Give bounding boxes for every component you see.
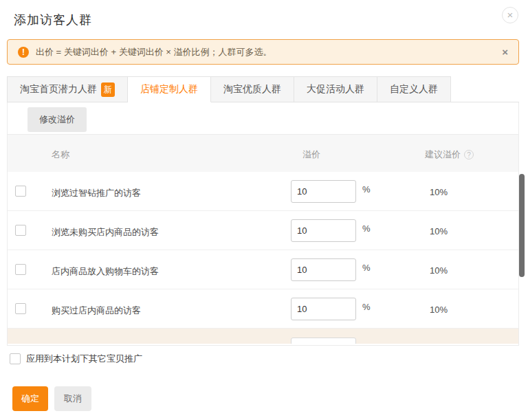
percent-unit: %	[362, 263, 371, 273]
suggested-premium: 10%	[430, 265, 448, 276]
vertical-scrollbar-thumb[interactable]	[519, 174, 525, 277]
tab-shop-custom-audience[interactable]: 店铺定制人群	[128, 76, 211, 102]
tab-taobao-quality-audience[interactable]: 淘宝优质人群	[211, 76, 294, 102]
apply-to-plan-row: 应用到本计划下其它宝贝推广	[10, 353, 142, 365]
audience-name: 购买过店内商品的访客	[52, 305, 141, 317]
new-badge: 新	[101, 82, 115, 97]
column-header-premium: 溢价	[302, 148, 320, 161]
bid-info-banner: ! 出价 = 关键词出价 + 关键词出价 × 溢价比例；人群可多选。 ×	[7, 39, 519, 65]
table-row: 店内商品放入购物车的访客 % 10%	[8, 250, 518, 289]
percent-unit: %	[362, 223, 371, 234]
add-visitor-audience-dialog: 添加访客人群 × ! 出价 = 关键词出价 + 关键词出价 × 溢价比例；人群可…	[0, 0, 528, 420]
banner-text: 出价 = 关键词出价 + 关键词出价 × 溢价比例；人群可多选。	[36, 46, 272, 58]
toolbar: 修改溢价	[8, 102, 518, 135]
audience-name: 浏览过智钻推广的访客	[52, 187, 141, 199]
cancel-button[interactable]: 取消	[54, 386, 91, 411]
apply-checkbox-label: 应用到本计划下其它宝贝推广	[26, 353, 142, 365]
audience-tabs: 淘宝首页潜力人群 新 店铺定制人群 淘宝优质人群 大促活动人群 自定义人群	[7, 76, 519, 102]
premium-input[interactable]	[291, 180, 356, 203]
tab-custom-audience[interactable]: 自定义人群	[377, 76, 451, 102]
audience-name: 店内商品放入购物车的访客	[52, 265, 159, 278]
tab-taobao-homepage-potential[interactable]: 淘宝首页潜力人群 新	[7, 76, 128, 102]
column-header-name: 名称	[52, 148, 69, 161]
percent-unit: %	[362, 184, 371, 195]
suggested-premium: 10%	[430, 187, 448, 197]
warning-icon: !	[18, 47, 29, 58]
suggested-premium: 10%	[430, 305, 448, 315]
premium-input[interactable]	[291, 338, 356, 344]
table-row: 浏览过智钻推广的访客 % 10%	[8, 172, 518, 211]
table-header: 名称 溢价 建议溢价 ?	[8, 135, 518, 172]
row-checkbox[interactable]	[15, 225, 26, 236]
confirm-button[interactable]: 确定	[12, 386, 48, 411]
premium-input[interactable]	[291, 298, 356, 320]
row-checkbox[interactable]	[15, 264, 26, 275]
dialog-title: 添加访客人群	[14, 12, 92, 28]
tab-label: 自定义人群	[390, 83, 438, 96]
tab-content-panel: 修改溢价 名称 溢价 建议溢价 ? 浏览过智钻推广的访客 % 10% 浏览未购买…	[7, 102, 519, 346]
banner-close-icon[interactable]: ×	[502, 46, 508, 58]
premium-input[interactable]	[291, 219, 356, 242]
premium-input[interactable]	[291, 258, 356, 281]
table-row: 浏览未购买店内商品的访客 % 10%	[8, 211, 518, 250]
tab-label: 大促活动人群	[307, 83, 364, 96]
audience-table-body: 浏览过智钻推广的访客 % 10% 浏览未购买店内商品的访客 % 10% 店内商品…	[8, 172, 518, 344]
dialog-close-icon[interactable]: ×	[502, 7, 518, 23]
modify-premium-button[interactable]: 修改溢价	[28, 107, 87, 132]
suggested-premium: 10%	[430, 226, 448, 236]
tab-promotion-event-audience[interactable]: 大促活动人群	[294, 76, 377, 102]
tab-label: 淘宝优质人群	[223, 83, 281, 96]
row-checkbox[interactable]	[15, 186, 26, 197]
audience-name: 浏览未购买店内商品的访客	[52, 226, 159, 239]
row-checkbox[interactable]	[15, 303, 26, 314]
apply-checkbox[interactable]	[10, 353, 21, 364]
percent-unit: %	[362, 302, 371, 312]
help-icon[interactable]: ?	[464, 150, 474, 159]
column-header-suggested-label: 建议溢价	[425, 148, 461, 161]
tab-label: 店铺定制人群	[140, 83, 198, 96]
column-header-suggested: 建议溢价 ?	[425, 148, 474, 161]
table-row: 购买过店内商品的访客 % 10%	[8, 289, 518, 329]
table-row-partial	[8, 329, 518, 344]
tab-label: 淘宝首页潜力人群	[20, 83, 97, 96]
